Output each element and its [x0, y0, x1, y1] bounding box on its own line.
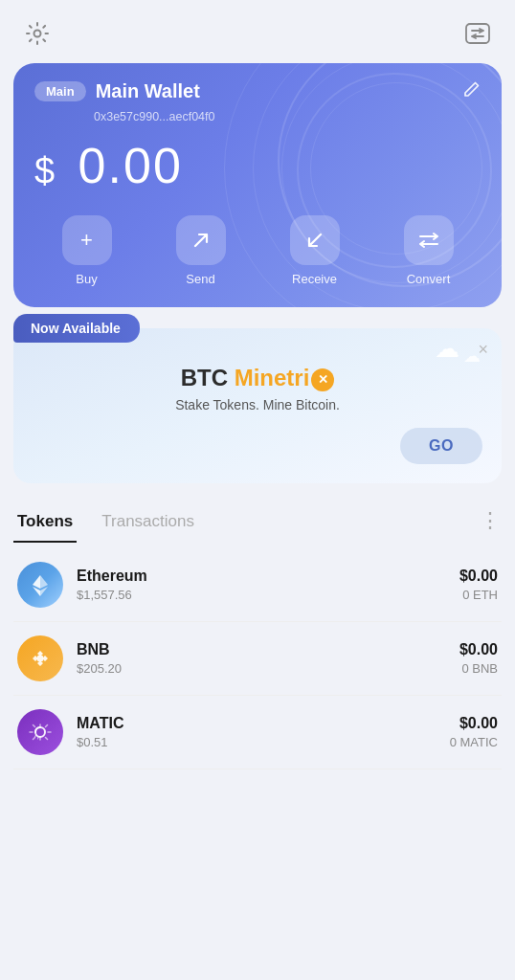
svg-marker-4	[40, 587, 48, 596]
bnb-name: BNB	[77, 641, 459, 658]
bnb-price: $205.20	[77, 661, 459, 676]
tabs-row: Tokens Transactions ⋮	[13, 506, 502, 543]
eth-icon	[17, 562, 63, 608]
buy-button[interactable]: + Buy	[34, 215, 139, 286]
matic-price: $0.51	[77, 735, 450, 749]
bnb-value: $0.00 0 BNB	[459, 641, 498, 676]
bnb-amount: 0 BNB	[459, 661, 498, 676]
eth-usd: $0.00	[459, 568, 498, 585]
eth-value: $0.00 0 ETH	[459, 568, 498, 602]
wallet-name: Main Wallet	[96, 80, 200, 102]
eth-info: Ethereum $1,557.56	[77, 568, 459, 602]
token-item-eth[interactable]: Ethereum $1,557.56 $0.00 0 ETH	[13, 548, 502, 622]
matic-name: MATIC	[77, 715, 450, 732]
promo-btc-text: BTC	[181, 365, 228, 390]
settings-icon[interactable]	[21, 17, 54, 50]
promo-subtitle: Stake Tokens. Mine Bitcoin.	[33, 397, 482, 412]
svg-rect-1	[466, 24, 489, 43]
send-icon	[176, 215, 226, 265]
tab-more-button[interactable]: ⋮	[480, 508, 502, 541]
eth-price: $1,557.56	[77, 588, 459, 602]
matic-value: $0.00 0 MATIC	[450, 715, 498, 749]
promo-minetri-text: Minetri	[235, 365, 310, 390]
svg-marker-5	[33, 587, 40, 596]
cloud-decoration-small: ☁	[463, 345, 481, 367]
svg-rect-7	[37, 656, 43, 661]
bnb-usd: $0.00	[459, 641, 498, 658]
tab-transactions[interactable]: Transactions	[98, 506, 198, 543]
wallet-badge: Main	[34, 81, 86, 101]
token-item-matic[interactable]: MATIC $0.51 $0.00 0 MATIC	[13, 696, 502, 769]
tabs-section: Tokens Transactions ⋮ Ethereum $1,557.56…	[13, 506, 502, 769]
promo-go-button[interactable]: GO	[400, 428, 482, 464]
token-item-bnb[interactable]: BNB $205.20 $0.00 0 BNB	[13, 622, 502, 696]
cloud-decoration: ☁	[435, 334, 459, 364]
promo-section: Now Available × ☁ ☁ BTC Minetri✕ Stake T…	[13, 328, 502, 483]
send-button[interactable]: Send	[148, 215, 253, 286]
bnb-icon	[17, 635, 63, 681]
wallet-balance: $ 0.00	[34, 137, 481, 194]
bnb-info: BNB $205.20	[77, 641, 459, 676]
now-available-badge: Now Available	[13, 314, 140, 343]
promo-logo-icon: ✕	[311, 368, 334, 391]
edit-icon[interactable]	[463, 80, 481, 102]
matic-amount: 0 MATIC	[450, 735, 498, 749]
promo-title: BTC Minetri✕	[33, 365, 482, 391]
send-label: Send	[186, 272, 214, 286]
action-buttons: + Buy Send Receive	[34, 215, 481, 286]
top-bar	[0, 0, 515, 59]
convert-icon	[404, 215, 454, 265]
svg-marker-2	[40, 575, 48, 589]
svg-point-0	[34, 31, 41, 37]
eth-name: Ethereum	[77, 568, 459, 585]
balance-amount: 0.00	[78, 138, 183, 193]
promo-card: × ☁ ☁ BTC Minetri✕ Stake Tokens. Mine Bi…	[13, 328, 502, 483]
buy-icon: +	[62, 215, 112, 265]
tab-tokens[interactable]: Tokens	[13, 506, 77, 543]
convert-button[interactable]: Convert	[376, 215, 481, 286]
swap-icon[interactable]	[461, 17, 494, 50]
svg-marker-3	[33, 575, 40, 589]
wallet-card: Main Main Wallet 0x3e57c990...aecf04f0 $…	[13, 63, 502, 307]
matic-icon	[17, 709, 63, 755]
token-list: Ethereum $1,557.56 $0.00 0 ETH BNB $205.…	[13, 548, 502, 769]
receive-icon	[290, 215, 340, 265]
balance-symbol: $	[34, 150, 56, 190]
matic-usd: $0.00	[450, 715, 498, 732]
buy-label: Buy	[76, 272, 97, 286]
eth-amount: 0 ETH	[459, 588, 498, 602]
receive-label: Receive	[292, 272, 337, 286]
convert-label: Convert	[407, 272, 451, 286]
receive-button[interactable]: Receive	[262, 215, 367, 286]
matic-info: MATIC $0.51	[77, 715, 450, 749]
